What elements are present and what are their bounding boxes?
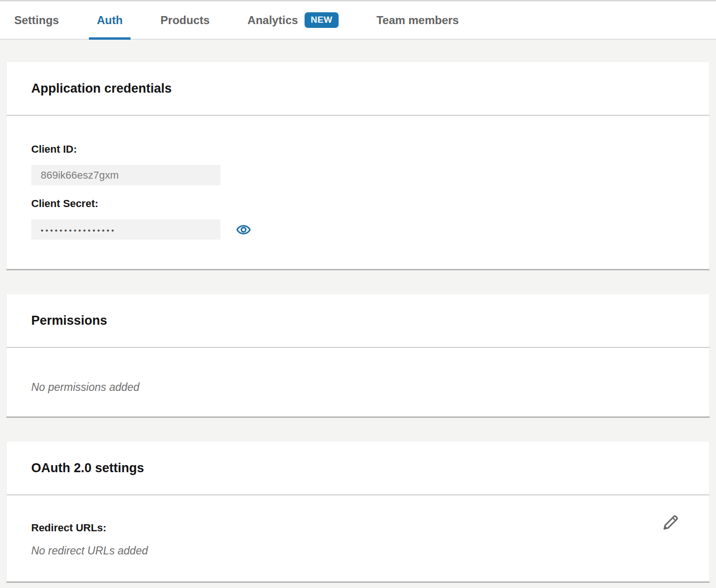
permissions-body: No permissions added	[7, 348, 709, 416]
redirect-urls-empty-text: No redirect URLs added	[31, 545, 685, 557]
redirect-urls-label: Redirect URLs:	[31, 522, 685, 534]
application-credentials-card: Application credentials Client ID: 869ik…	[6, 61, 710, 270]
permissions-title: Permissions	[31, 313, 107, 328]
application-credentials-body: Client ID: 869ik66esz7gxm Client Secret:…	[7, 116, 709, 269]
tab-products[interactable]: Products	[160, 1, 210, 39]
new-badge: NEW	[305, 12, 339, 28]
client-id-label: Client ID:	[31, 143, 685, 156]
tab-team-members[interactable]: Team members	[376, 1, 459, 39]
oauth-settings-header: OAuth 2.0 settings	[7, 441, 709, 495]
application-credentials-header: Application credentials	[7, 62, 709, 116]
tab-analytics-label: Analytics	[247, 14, 298, 27]
client-secret-label: Client Secret:	[31, 198, 685, 210]
tab-settings[interactable]: Settings	[14, 1, 59, 39]
oauth-settings-card: OAuth 2.0 settings Redirect URLs: No red…	[6, 441, 710, 583]
client-secret-row: ••••••••••••••••	[31, 219, 685, 240]
edit-redirect-urls-button[interactable]	[660, 511, 681, 534]
oauth-settings-title: OAuth 2.0 settings	[31, 461, 144, 476]
tab-auth[interactable]: Auth	[97, 1, 123, 39]
pencil-icon	[661, 511, 681, 533]
application-credentials-title: Application credentials	[31, 81, 172, 96]
tab-bar: Settings Auth Products Analytics NEW Tea…	[0, 0, 716, 40]
permissions-header: Permissions	[7, 294, 709, 348]
client-secret-field[interactable]: ••••••••••••••••	[31, 219, 220, 240]
tab-analytics[interactable]: Analytics NEW	[247, 1, 339, 39]
client-id-field[interactable]: 869ik66esz7gxm	[31, 165, 220, 185]
permissions-empty-text: No permissions added	[31, 381, 685, 394]
reveal-secret-button[interactable]	[236, 222, 251, 237]
main-content: Application credentials Client ID: 869ik…	[0, 40, 716, 583]
eye-icon	[236, 222, 251, 237]
oauth-settings-body: Redirect URLs: No redirect URLs added	[7, 495, 709, 581]
permissions-card: Permissions No permissions added	[6, 294, 710, 418]
